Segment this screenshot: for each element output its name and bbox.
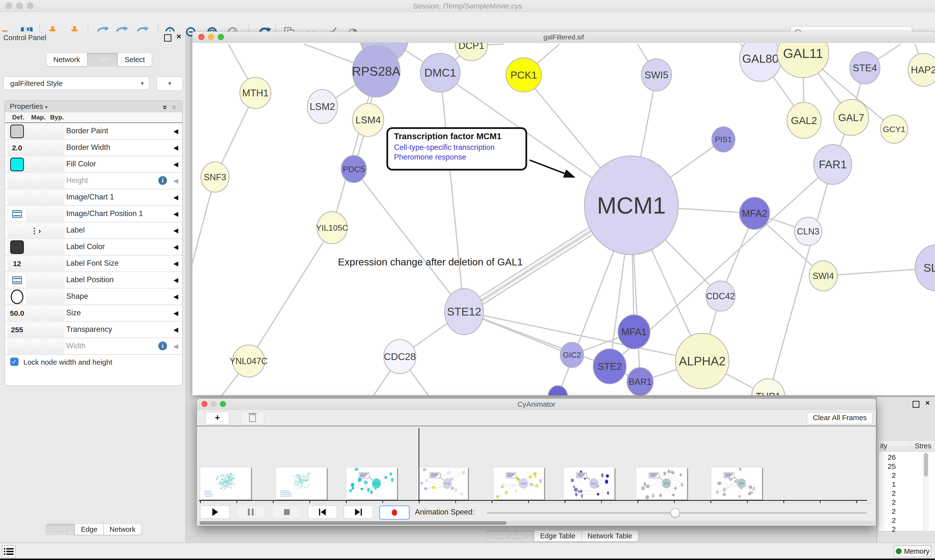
expand-row-icon[interactable]: ◀ <box>173 276 178 284</box>
table-cell[interactable]: 2 <box>879 471 896 480</box>
expand-row-icon[interactable]: ◀ <box>173 243 178 251</box>
tab-style[interactable]: Style <box>87 53 117 66</box>
default-value-cell[interactable] <box>8 190 26 205</box>
network-node-STE4[interactable]: STE4 <box>850 52 880 84</box>
frame-thumbnail-6[interactable]: MCM <box>563 467 614 500</box>
tab-network[interactable]: Network <box>103 524 142 535</box>
property-row-transparency[interactable]: 255Transparency◀ <box>5 321 182 338</box>
annotation-link[interactable]: Pheromone response <box>394 153 525 162</box>
expand-row-icon[interactable]: ◀ <box>173 177 178 185</box>
default-value-cell[interactable] <box>8 240 26 254</box>
table-cell[interactable]: 2 <box>879 525 896 534</box>
network-node-GAL11[interactable]: GAL11 <box>777 43 829 78</box>
skip-end-button[interactable] <box>344 505 373 519</box>
show-panels-button[interactable] <box>2 545 15 558</box>
expand-row-icon[interactable]: ◀ <box>173 343 178 350</box>
default-value-cell[interactable]: 2.0 <box>8 141 26 155</box>
network-node-unlabeled[interactable] <box>548 386 568 395</box>
network-node-BAR1[interactable]: BAR1 <box>627 368 653 395</box>
network-node-HAP2[interactable]: HAP2 <box>908 53 935 86</box>
info-icon[interactable]: i <box>158 342 167 350</box>
default-value-cell[interactable] <box>8 124 26 138</box>
network-node-ALPHA2[interactable]: ALPHA2 <box>676 333 729 389</box>
property-row-border-paint[interactable]: Border Paint◀ <box>5 123 182 139</box>
bypass-cell[interactable] <box>46 141 64 155</box>
default-value-cell[interactable]: 12 <box>8 256 26 271</box>
property-row-label-color[interactable]: Label Color◀ <box>5 238 182 255</box>
record-button[interactable] <box>379 505 410 520</box>
network-node-SNF3[interactable]: SNF3 <box>201 162 229 192</box>
frame-thumbnail-1[interactable] <box>200 467 251 500</box>
bypass-cell[interactable] <box>46 207 64 222</box>
column-header[interactable]: ity <box>880 442 887 450</box>
table-cell[interactable]: 2 <box>879 516 896 525</box>
mapping-cell[interactable] <box>27 207 45 222</box>
property-row-fill-color[interactable]: Fill Color◀ <box>5 156 182 172</box>
play-button[interactable] <box>200 505 230 519</box>
property-row-image-chart-position-1[interactable]: Image/Chart Position 1◀ <box>5 205 182 222</box>
delete-frame-button[interactable] <box>240 412 265 425</box>
expand-row-icon[interactable]: ◀ <box>173 210 178 218</box>
default-value-cell[interactable]: 50.0 <box>8 306 26 321</box>
expand-row-icon[interactable]: ◀ <box>173 128 178 135</box>
network-node-MFA1[interactable]: MFA1 <box>618 315 650 349</box>
frame-thumbnail-2[interactable] <box>276 467 327 500</box>
table-cell[interactable]: 2 <box>879 498 896 506</box>
network-node-GIC2[interactable]: GIC2 <box>560 342 584 368</box>
default-value-cell[interactable] <box>8 223 26 238</box>
mapping-cell[interactable] <box>27 256 45 271</box>
tab-edge-table[interactable]: Edge Table <box>534 530 582 542</box>
network-node-DCP1[interactable]: DCP1 <box>455 43 488 61</box>
expand-row-icon[interactable]: ◀ <box>173 309 178 317</box>
table-cell[interactable]: 25 <box>879 462 896 471</box>
lock-node-size-row[interactable]: ✓ Lock node width and height <box>5 354 182 369</box>
network-node-MTH1[interactable]: MTH1 <box>240 77 271 109</box>
mapping-cell[interactable] <box>27 323 45 337</box>
table-cell[interactable]: 2 <box>879 507 896 515</box>
bypass-cell[interactable] <box>46 174 64 188</box>
network-node-CDC42[interactable]: CDC42 <box>706 281 735 311</box>
bypass-cell[interactable] <box>46 223 64 238</box>
text-annotation[interactable]: Expression change after deletion of GAL1 <box>338 256 523 268</box>
expand-row-icon[interactable]: ◀ <box>173 227 178 234</box>
bypass-cell[interactable] <box>46 157 64 172</box>
tab-node[interactable]: Node <box>46 524 75 535</box>
default-value-cell[interactable] <box>8 174 26 188</box>
stop-button[interactable] <box>272 505 302 519</box>
mapping-cell[interactable] <box>27 273 45 288</box>
tab-node-table[interactable]: Node Table <box>486 530 534 542</box>
clear-all-frames-button[interactable]: Clear All Frames <box>807 412 873 424</box>
frame-thumbnail-4[interactable]: MCM <box>417 467 468 500</box>
bypass-cell[interactable] <box>46 190 64 205</box>
close-panel-icon[interactable]: × <box>925 400 930 406</box>
network-node-CDC28[interactable]: CDC28 <box>384 340 416 374</box>
network-node-FAR1[interactable]: FAR1 <box>814 145 852 185</box>
default-value-cell[interactable] <box>8 339 26 354</box>
network-node-PCK1[interactable]: PCK1 <box>506 58 542 92</box>
tab-edge[interactable]: Edge <box>75 524 103 535</box>
default-value-cell[interactable]: 255 <box>8 323 26 337</box>
property-row-border-width[interactable]: 2.0Border Width◀ <box>5 139 182 156</box>
frame-thumbnail-8[interactable]: MCM <box>711 467 762 500</box>
network-node-PDC5[interactable]: PDC5 <box>341 155 366 183</box>
add-frame-button[interactable]: + <box>205 412 230 425</box>
mapping-cell[interactable] <box>27 190 45 205</box>
mapping-cell[interactable] <box>27 157 45 172</box>
network-titlebar[interactable]: galFiltered.sif <box>192 32 935 43</box>
property-row-label[interactable]: ⋮›Label◀ <box>5 222 182 238</box>
bypass-cell[interactable] <box>46 323 64 337</box>
bypass-cell[interactable] <box>46 240 64 254</box>
timeline-scrollbar[interactable] <box>198 521 875 525</box>
network-node-LSM2[interactable]: LSM2 <box>307 89 338 123</box>
tab-network[interactable]: Network <box>46 53 87 66</box>
cyanimator-titlebar[interactable]: CyAnimator <box>197 399 876 410</box>
property-row-height[interactable]: Heighti◀ <box>5 172 182 189</box>
frame-thumbnail-3[interactable]: MCM <box>346 467 397 500</box>
mapping-cell[interactable] <box>27 240 45 254</box>
property-row-label-position[interactable]: Label Position◀ <box>5 271 182 288</box>
bypass-cell[interactable] <box>46 256 64 271</box>
table-scrollbar[interactable] <box>923 452 929 531</box>
mapping-cell[interactable] <box>27 141 45 155</box>
network-node-GCY1[interactable]: GCY1 <box>881 115 908 143</box>
checkbox-checked-icon[interactable]: ✓ <box>10 358 19 366</box>
